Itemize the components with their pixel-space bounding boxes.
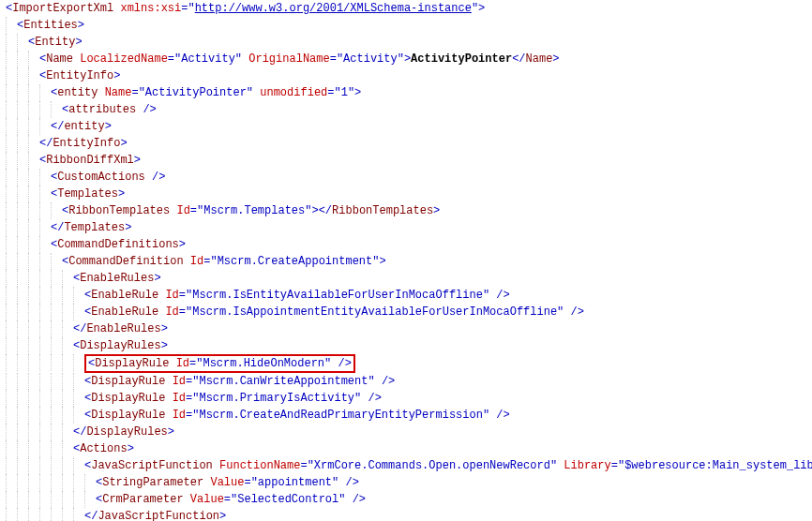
xml-line: </JavaScriptFunction> [84,508,226,521]
xml-line: <RibbonDiffXml> [39,152,141,169]
xml-line: <EnableRules> [73,270,161,287]
xml-line: </entity> [51,118,112,135]
xml-line: <Entity> [28,34,83,51]
xml-line: <CommandDefinitions> [51,236,186,253]
xml-line: <CrmParameter Value="SelectedControl" /> [96,491,366,508]
xml-line: <CommandDefinition Id="Mscrm.CreateAppoi… [62,253,386,270]
xml-line: <EnableRule Id="Mscrm.IsAppointmentEntit… [84,304,584,320]
xml-line: </EntityInfo> [39,135,128,152]
highlighted-line: <DisplayRule Id="Mscrm.HideOnModern" /> [84,354,355,373]
xml-line: <DisplayRule Id="Mscrm.CreateAndReadPrim… [84,407,510,424]
xml-line: <EntityInfo> [39,67,120,84]
xml-line: <ImportExportXml xmlns:xsi="http://www.w… [6,0,485,17]
xml-line: <DisplayRules> [73,337,168,354]
xml-line: <Name LocalizedName="Activity" OriginalN… [39,51,560,67]
xml-line: <DisplayRule Id="Mscrm.CanWriteAppointme… [84,373,395,390]
xml-line: <Templates> [51,186,125,202]
xml-line: <RibbonTemplates Id="Mscrm.Templates"></… [62,202,440,219]
xml-line: <attributes /> [62,101,157,118]
xml-line: <Actions> [73,440,134,457]
xml-line: <Entities> [17,17,84,34]
xml-line: </EnableRules> [73,320,168,337]
xml-line: <EnableRule Id="Mscrm.IsEntityAvailableF… [84,287,510,304]
xml-code-block: <ImportExportXml xmlns:xsi="http://www.w… [0,0,812,521]
xml-line: <JavaScriptFunction FunctionName="XrmCor… [84,457,812,474]
xml-line: </Templates> [51,219,131,236]
xml-line: <CustomActions /> [51,169,165,186]
xml-line: <DisplayRule Id="Mscrm.PrimaryIsActivity… [84,390,382,407]
xml-line: </DisplayRules> [73,424,174,440]
xml-line: <entity Name="ActivityPointer" unmodifie… [51,84,361,101]
xml-line: <StringParameter Value="appointment" /> [96,474,359,491]
